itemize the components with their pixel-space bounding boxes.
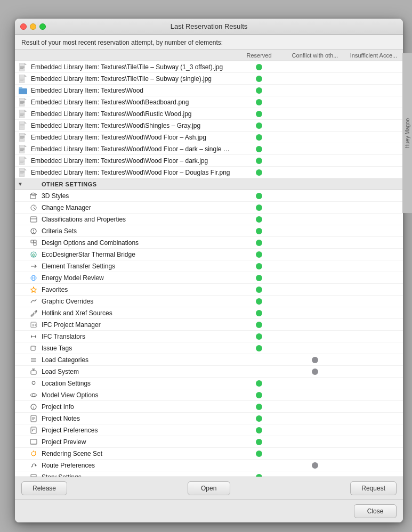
reserved-dot xyxy=(256,122,262,129)
settings-row-label: Classifications and Properties xyxy=(42,216,232,223)
settings-row[interactable]: Model View Options xyxy=(15,389,403,401)
settings-row[interactable]: Change Manager xyxy=(15,202,403,214)
dialog-title: Last Reservation Results xyxy=(171,22,248,30)
table-row[interactable]: Embedded Library Item: Textures\Wood\Shi… xyxy=(15,120,403,132)
reserved-dot xyxy=(256,263,262,269)
table-row[interactable]: Embedded Library Item: Textures\Wood xyxy=(15,85,403,96)
settings-row[interactable]: Energy Model Review xyxy=(15,272,403,284)
settings-row[interactable]: Criteria Sets xyxy=(15,225,403,237)
row-label: Embedded Library Item: Textures\Tile\Til… xyxy=(31,63,232,71)
svg-rect-31 xyxy=(20,138,23,139)
svg-rect-4 xyxy=(20,68,23,69)
settings-row-label: Route Preferences xyxy=(42,462,232,469)
settings-row[interactable]: Rendering Scene Set xyxy=(15,448,403,460)
settings-row[interactable]: Story Settings xyxy=(15,471,403,477)
close-button[interactable]: Close xyxy=(354,504,397,518)
settings-row[interactable]: Load Categories xyxy=(15,354,403,366)
svg-rect-50 xyxy=(30,217,37,222)
settings-reserved-cell xyxy=(232,345,286,351)
request-button[interactable]: Request xyxy=(350,481,397,495)
col-header-conflict: Conflict with oth... xyxy=(286,52,344,59)
svg-point-94 xyxy=(35,464,37,466)
release-button[interactable]: Release xyxy=(21,481,67,495)
table-header: Reserved Conflict with oth... Insufficie… xyxy=(15,50,403,61)
settings-reserved-cell xyxy=(232,322,286,328)
svg-rect-36 xyxy=(20,150,23,151)
settings-row[interactable]: IFC Translators xyxy=(15,331,403,342)
settings-row-label: Model View Options xyxy=(42,391,232,399)
settings-row[interactable]: Favorites xyxy=(15,284,403,296)
settings-reserved-cell xyxy=(232,439,286,445)
settings-row[interactable]: Issue Tags xyxy=(15,342,403,354)
maximize-button[interactable] xyxy=(39,23,46,30)
settings-reserved-cell xyxy=(232,251,286,258)
settings-row[interactable]: 3D Styles xyxy=(15,190,403,202)
file-icon xyxy=(15,157,31,165)
reserved-dot xyxy=(256,439,262,445)
table-row[interactable]: Embedded Library Item: Textures\Wood\Woo… xyxy=(15,167,403,178)
settings-row[interactable]: Location Settings xyxy=(15,378,403,389)
row-reserved-cell xyxy=(232,134,286,141)
settings-row-label: Energy Model Review xyxy=(42,274,232,282)
file-icon xyxy=(15,168,31,177)
row-reserved-cell xyxy=(232,87,286,94)
settings-row-icon xyxy=(26,239,42,247)
table-row[interactable]: Embedded Library Item: Textures\Wood\Woo… xyxy=(15,143,403,155)
settings-row-icon xyxy=(26,333,42,340)
settings-row-label: Project Info xyxy=(42,403,232,411)
open-button[interactable]: Open xyxy=(188,481,230,495)
settings-conflict-cell xyxy=(286,462,344,469)
settings-row[interactable]: Project Notes xyxy=(15,413,403,424)
settings-reserved-cell xyxy=(232,216,286,223)
row-label: Embedded Library Item: Textures\Wood\Shi… xyxy=(31,122,232,129)
settings-row-icon xyxy=(26,251,42,258)
table-content[interactable]: Embedded Library Item: Textures\Tile\Til… xyxy=(15,61,403,477)
minimize-button[interactable] xyxy=(30,23,36,30)
table-row[interactable]: Embedded Library Item: Textures\Wood\Rus… xyxy=(15,108,403,120)
file-icon xyxy=(15,133,31,142)
settings-row[interactable]: Graphic Overrides xyxy=(15,296,403,307)
settings-row[interactable]: Route Preferences xyxy=(15,460,403,471)
settings-row[interactable]: EcoDesignerStar Thermal Bridge xyxy=(15,249,403,260)
settings-row-label: Criteria Sets xyxy=(42,227,232,235)
settings-row[interactable]: Project Preview xyxy=(15,436,403,448)
settings-row-icon xyxy=(26,192,42,200)
reserved-dot xyxy=(256,287,262,293)
table-row[interactable]: Embedded Library Item: Textures\Wood\Woo… xyxy=(15,155,403,167)
file-icon xyxy=(15,145,31,153)
table-row[interactable]: Embedded Library Item: Textures\Wood\Bea… xyxy=(15,96,403,108)
svg-rect-69 xyxy=(31,346,35,350)
reserved-dot xyxy=(256,298,262,305)
settings-row[interactable]: Classifications and Properties xyxy=(15,214,403,225)
settings-row[interactable]: Design Options and Combinations xyxy=(15,237,403,249)
conflict-dot xyxy=(312,369,318,375)
settings-reserved-cell xyxy=(232,451,286,457)
settings-row[interactable]: Project Preferences xyxy=(15,424,403,436)
settings-row-label: Issue Tags xyxy=(42,345,232,352)
reserved-dot xyxy=(256,228,262,234)
section-header-other-settings[interactable]: ▼ OTHER SETTINGS xyxy=(15,178,403,190)
table-row[interactable]: Embedded Library Item: Textures\Tile\Til… xyxy=(15,61,403,73)
reserved-dot xyxy=(256,251,262,258)
close-button-window[interactable] xyxy=(20,23,27,30)
settings-row[interactable]: Hotlink and Xref Sources xyxy=(15,307,403,319)
settings-row[interactable]: Element Transfer Settings xyxy=(15,260,403,272)
reserved-dot xyxy=(256,99,262,105)
settings-row[interactable]: IFCIFC Project Manager xyxy=(15,319,403,331)
settings-row-label: Favorites xyxy=(42,286,232,293)
settings-row-label: Design Options and Combinations xyxy=(42,239,232,247)
row-reserved-cell xyxy=(232,122,286,129)
row-reserved-cell xyxy=(232,158,286,164)
settings-row-icon xyxy=(26,309,42,317)
svg-point-79 xyxy=(30,394,37,397)
table-row[interactable]: Embedded Library Item: Textures\Tile\Til… xyxy=(15,73,403,85)
settings-row[interactable]: Load System xyxy=(15,366,403,378)
reserved-dot xyxy=(256,275,262,281)
right-buttons: Request xyxy=(350,481,397,495)
settings-row-label: Project Preferences xyxy=(42,427,232,434)
settings-row[interactable]: iProject Info xyxy=(15,401,403,413)
svg-rect-20 xyxy=(20,114,25,114)
table-row[interactable]: Embedded Library Item: Textures\Wood\Woo… xyxy=(15,132,403,143)
title-bar: Last Reservation Results xyxy=(15,19,403,35)
reserved-dot xyxy=(256,380,262,387)
